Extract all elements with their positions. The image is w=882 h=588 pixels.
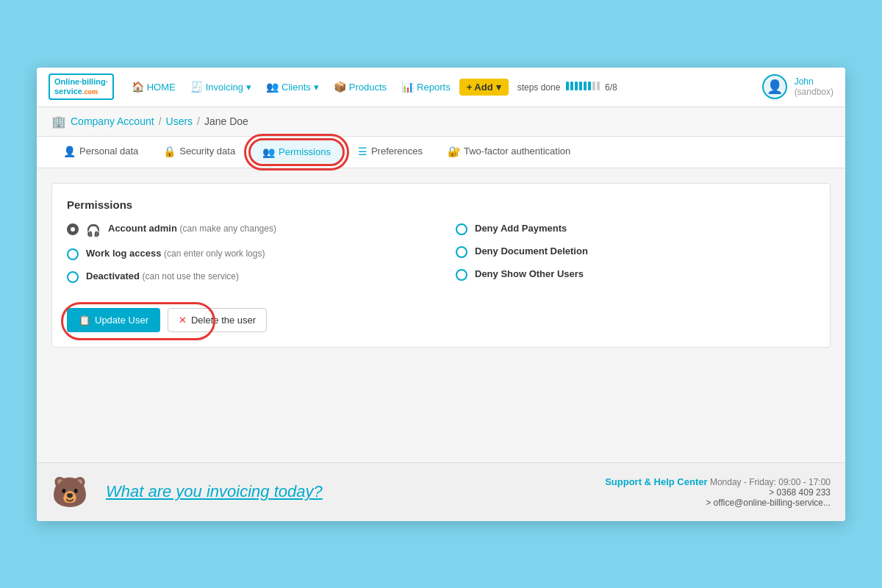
perm-radio-account-admin[interactable] [67,223,79,235]
breadcrumb-sep1: / [159,115,162,127]
update-user-button[interactable]: 📋 Update User [67,308,160,332]
invoicing-icon: 🧾 [190,81,203,93]
steps-bar [566,82,600,90]
security-icon: 🔒 [163,146,176,157]
perm-account-admin: ➔ 🎧 Account admin (can make any changes) [67,223,426,237]
buttons-row: 📋 Update User ✕ Delete the user [67,308,815,332]
footer-support: Support & Help Center Monday - Friday: 0… [605,476,831,508]
clients-icon: 👥 [266,81,279,93]
perm-label-work-log: Work log access (can enter only work log… [86,248,265,259]
chevron-down-icon: ▾ [314,82,319,93]
breadcrumb-current: Jane Doe [204,115,248,127]
permissions-section: Permissions ➔ 🎧 Account admin (can make … [51,183,831,348]
tab-permissions[interactable]: 👥 Permissions [248,138,345,166]
permissions-right: Deny Add Payments Deny Document Deletion… [456,223,815,293]
personal-icon: 👤 [63,146,76,157]
mascot-icon: 🐻 [51,475,88,509]
user-info[interactable]: John (sandbox) [795,76,833,97]
delete-icon: ✕ [179,315,187,326]
perm-radio-deactivated[interactable] [67,271,79,283]
update-icon: 📋 [79,315,90,326]
perm-deny-deletion: Deny Document Deletion [456,245,815,258]
products-icon: 📦 [334,81,346,93]
chevron-down-icon: ▾ [246,82,251,93]
tabs-bar: 👤 Personal data 🔒 Security data 👥 Permis… [37,137,845,168]
perm-radio-deny-deletion[interactable] [456,246,467,258]
perm-label-deny-deletion: Deny Document Deletion [475,245,588,257]
perm-radio-deny-show-users[interactable] [456,269,467,281]
preferences-icon: ☰ [358,146,368,157]
breadcrumb-users[interactable]: Users [166,115,193,127]
permissions-icon: 👥 [262,146,275,158]
nav-invoicing[interactable]: 🧾 Invoicing ▾ [184,78,257,96]
footer: 🐻 What are you invoicing today? Support … [37,462,845,521]
content-area: Permissions ➔ 🎧 Account admin (can make … [37,168,845,462]
delete-user-button[interactable]: ✕ Delete the user [168,308,267,332]
perm-label-deactivated: Deactivated (can not use the service) [86,270,239,282]
breadcrumb-sep2: / [197,115,200,127]
perm-radio-deny-payments[interactable] [456,223,467,235]
footer-tagline: What are you invoicing today? [106,482,323,501]
nav-products[interactable]: 📦 Products [328,78,392,96]
perm-work-log: Work log access (can enter only work log… [67,248,426,260]
perm-label-account-admin: Account admin (can make any changes) [108,223,276,234]
perm-deny-show-users: Deny Show Other Users [456,268,815,281]
tab-security[interactable]: 🔒 Security data [151,137,247,168]
headset-icon: 🎧 [86,223,101,237]
chevron-down-icon: ▾ [496,82,501,93]
company-icon: 🏢 [51,115,66,129]
tab-personal[interactable]: 👤 Personal data [51,137,150,168]
perm-label-deny-show-users: Deny Show Other Users [475,268,584,279]
tab-two-factor[interactable]: 🔐 Two-factor authentication [436,137,582,168]
logo[interactable]: Online·billing· service.com [49,74,114,100]
nav-reports[interactable]: 📊 Reports [395,78,456,96]
perm-deactivated: Deactivated (can not use the service) [67,270,426,283]
main-window: Online·billing· service.com 🏠 HOME 🧾 Inv… [37,68,845,521]
avatar: 👤 [762,74,787,99]
navbar: Online·billing· service.com 🏠 HOME 🧾 Inv… [37,68,845,107]
permissions-grid: ➔ 🎧 Account admin (can make any changes)… [67,223,815,293]
nav-home[interactable]: 🏠 HOME [126,78,182,96]
add-button[interactable]: + Add ▾ [459,79,509,96]
home-icon: 🏠 [132,81,144,93]
perm-deny-payments: Deny Add Payments [456,223,815,235]
perm-radio-work-log[interactable] [67,248,79,260]
breadcrumb: 🏢 Company Account / Users / Jane Doe [37,107,845,137]
perm-label-deny-payments: Deny Add Payments [475,223,567,234]
steps-done-label: steps done 6/8 [517,82,617,93]
two-factor-icon: 🔐 [448,146,460,157]
breadcrumb-company[interactable]: Company Account [71,115,154,127]
tab-preferences[interactable]: ☰ Preferences [346,137,434,168]
nav-clients[interactable]: 👥 Clients ▾ [260,78,325,96]
permissions-title: Permissions [67,198,815,211]
permissions-left: ➔ 🎧 Account admin (can make any changes)… [67,223,426,293]
reports-icon: 📊 [401,81,414,93]
